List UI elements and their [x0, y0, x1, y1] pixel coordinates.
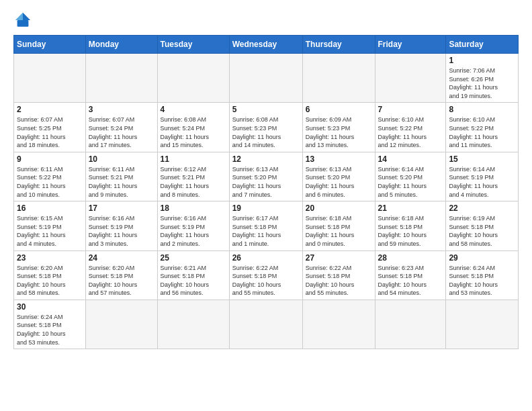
day-number: 22	[449, 203, 515, 213]
weekday-header-thursday: Thursday	[302, 36, 375, 54]
day-number: 19	[232, 203, 300, 213]
day-info: Sunrise: 6:21 AM Sunset: 5:18 PM Dayligh…	[161, 264, 226, 298]
day-number: 6	[306, 105, 372, 114]
calendar-cell: 24Sunrise: 6:20 AM Sunset: 5:18 PM Dayli…	[85, 250, 157, 300]
day-info: Sunrise: 6:08 AM Sunset: 5:23 PM Dayligh…	[232, 116, 300, 149]
day-info: Sunrise: 6:18 AM Sunset: 5:18 PM Dayligh…	[378, 214, 443, 248]
calendar-cell: 6Sunrise: 6:09 AM Sunset: 5:23 PM Daylig…	[302, 103, 375, 152]
day-number: 18	[161, 203, 226, 213]
day-info: Sunrise: 6:17 AM Sunset: 5:18 PM Dayligh…	[232, 214, 300, 248]
svg-marker-1	[15, 13, 23, 20]
calendar-cell: 10Sunrise: 6:11 AM Sunset: 5:21 PM Dayli…	[85, 152, 157, 201]
day-number: 14	[378, 154, 443, 164]
day-info: Sunrise: 6:13 AM Sunset: 5:20 PM Dayligh…	[306, 165, 372, 199]
day-number: 20	[306, 203, 372, 213]
week-row-5: 23Sunrise: 6:20 AM Sunset: 5:18 PM Dayli…	[14, 250, 519, 300]
calendar-cell: 15Sunrise: 6:14 AM Sunset: 5:19 PM Dayli…	[446, 152, 519, 201]
day-info: Sunrise: 6:20 AM Sunset: 5:18 PM Dayligh…	[17, 264, 83, 298]
day-number: 21	[378, 203, 443, 213]
week-row-1: 1Sunrise: 7:06 AM Sunset: 6:26 PM Daylig…	[14, 54, 519, 103]
calendar-cell: 9Sunrise: 6:11 AM Sunset: 5:22 PM Daylig…	[14, 152, 86, 201]
day-info: Sunrise: 6:22 AM Sunset: 5:18 PM Dayligh…	[232, 264, 300, 298]
day-number: 3	[89, 105, 154, 114]
day-info: Sunrise: 6:07 AM Sunset: 5:24 PM Dayligh…	[89, 116, 154, 149]
weekday-header-friday: Friday	[375, 36, 446, 54]
day-info: Sunrise: 6:16 AM Sunset: 5:19 PM Dayligh…	[161, 214, 226, 248]
logo-icon	[13, 11, 32, 30]
calendar-cell: 23Sunrise: 6:20 AM Sunset: 5:18 PM Dayli…	[14, 250, 86, 300]
day-number: 13	[306, 154, 372, 164]
calendar-cell: 4Sunrise: 6:08 AM Sunset: 5:24 PM Daylig…	[157, 103, 229, 152]
day-number: 1	[449, 56, 515, 65]
day-info: Sunrise: 6:14 AM Sunset: 5:20 PM Dayligh…	[378, 165, 443, 199]
calendar-cell: 28Sunrise: 6:23 AM Sunset: 5:18 PM Dayli…	[375, 250, 446, 300]
week-row-6: 30Sunrise: 6:24 AM Sunset: 5:18 PM Dayli…	[14, 300, 519, 349]
svg-marker-0	[23, 13, 30, 20]
day-number: 29	[449, 253, 515, 263]
day-number: 16	[17, 203, 83, 213]
calendar-cell: 5Sunrise: 6:08 AM Sunset: 5:23 PM Daylig…	[229, 103, 302, 152]
calendar-cell	[375, 54, 446, 103]
day-info: Sunrise: 7:06 AM Sunset: 6:26 PM Dayligh…	[449, 66, 515, 100]
calendar-cell: 17Sunrise: 6:16 AM Sunset: 5:19 PM Dayli…	[85, 201, 157, 250]
day-info: Sunrise: 6:23 AM Sunset: 5:18 PM Dayligh…	[378, 264, 443, 298]
day-info: Sunrise: 6:22 AM Sunset: 5:18 PM Dayligh…	[306, 264, 372, 298]
day-info: Sunrise: 6:11 AM Sunset: 5:22 PM Dayligh…	[17, 165, 83, 199]
calendar-cell	[375, 300, 446, 349]
calendar-cell	[85, 300, 157, 349]
day-number: 27	[306, 253, 372, 263]
page: SundayMondayTuesdayWednesdayThursdayFrid…	[0, 0, 532, 356]
calendar-cell: 14Sunrise: 6:14 AM Sunset: 5:20 PM Dayli…	[375, 152, 446, 201]
week-row-4: 16Sunrise: 6:15 AM Sunset: 5:19 PM Dayli…	[14, 201, 519, 250]
calendar-cell	[302, 54, 375, 103]
calendar-cell	[229, 300, 302, 349]
day-number: 11	[161, 154, 226, 164]
day-info: Sunrise: 6:18 AM Sunset: 5:18 PM Dayligh…	[306, 214, 372, 248]
day-info: Sunrise: 6:11 AM Sunset: 5:21 PM Dayligh…	[89, 165, 154, 199]
weekday-header-row: SundayMondayTuesdayWednesdayThursdayFrid…	[14, 36, 519, 54]
calendar-cell: 20Sunrise: 6:18 AM Sunset: 5:18 PM Dayli…	[302, 201, 375, 250]
calendar-cell	[85, 54, 157, 103]
calendar-cell: 26Sunrise: 6:22 AM Sunset: 5:18 PM Dayli…	[229, 250, 302, 300]
day-number: 8	[449, 105, 515, 114]
calendar-cell: 8Sunrise: 6:10 AM Sunset: 5:22 PM Daylig…	[446, 103, 519, 152]
svg-rect-2	[17, 20, 29, 27]
weekday-header-wednesday: Wednesday	[229, 36, 302, 54]
day-number: 12	[232, 154, 300, 164]
day-number: 10	[89, 154, 154, 164]
day-number: 30	[17, 302, 83, 312]
day-number: 17	[89, 203, 154, 213]
calendar-cell: 13Sunrise: 6:13 AM Sunset: 5:20 PM Dayli…	[302, 152, 375, 201]
week-row-2: 2Sunrise: 6:07 AM Sunset: 5:25 PM Daylig…	[14, 103, 519, 152]
day-info: Sunrise: 6:07 AM Sunset: 5:25 PM Dayligh…	[17, 116, 83, 149]
day-info: Sunrise: 6:13 AM Sunset: 5:20 PM Dayligh…	[232, 165, 300, 199]
calendar-cell: 29Sunrise: 6:24 AM Sunset: 5:18 PM Dayli…	[446, 250, 519, 300]
calendar-cell: 21Sunrise: 6:18 AM Sunset: 5:18 PM Dayli…	[375, 201, 446, 250]
day-number: 23	[17, 253, 83, 263]
day-number: 4	[161, 105, 226, 114]
day-info: Sunrise: 6:24 AM Sunset: 5:18 PM Dayligh…	[449, 264, 515, 298]
day-info: Sunrise: 6:15 AM Sunset: 5:19 PM Dayligh…	[17, 214, 83, 248]
day-info: Sunrise: 6:12 AM Sunset: 5:21 PM Dayligh…	[161, 165, 226, 199]
calendar-cell: 7Sunrise: 6:10 AM Sunset: 5:22 PM Daylig…	[375, 103, 446, 152]
logo	[13, 11, 35, 30]
calendar-cell: 11Sunrise: 6:12 AM Sunset: 5:21 PM Dayli…	[157, 152, 229, 201]
calendar-cell: 3Sunrise: 6:07 AM Sunset: 5:24 PM Daylig…	[85, 103, 157, 152]
calendar-cell: 19Sunrise: 6:17 AM Sunset: 5:18 PM Dayli…	[229, 201, 302, 250]
calendar: SundayMondayTuesdayWednesdayThursdayFrid…	[13, 35, 519, 349]
day-info: Sunrise: 6:08 AM Sunset: 5:24 PM Dayligh…	[161, 116, 226, 149]
day-info: Sunrise: 6:16 AM Sunset: 5:19 PM Dayligh…	[89, 214, 154, 248]
week-row-3: 9Sunrise: 6:11 AM Sunset: 5:22 PM Daylig…	[14, 152, 519, 201]
calendar-cell	[157, 300, 229, 349]
day-number: 9	[17, 154, 83, 164]
calendar-cell: 16Sunrise: 6:15 AM Sunset: 5:19 PM Dayli…	[14, 201, 86, 250]
day-info: Sunrise: 6:19 AM Sunset: 5:18 PM Dayligh…	[449, 214, 515, 248]
day-number: 26	[232, 253, 300, 263]
day-number: 15	[449, 154, 515, 164]
calendar-cell: 27Sunrise: 6:22 AM Sunset: 5:18 PM Dayli…	[302, 250, 375, 300]
weekday-header-tuesday: Tuesday	[157, 36, 229, 54]
day-info: Sunrise: 6:24 AM Sunset: 5:18 PM Dayligh…	[17, 313, 83, 347]
day-number: 2	[17, 105, 83, 114]
day-number: 28	[378, 253, 443, 263]
day-number: 5	[232, 105, 300, 114]
